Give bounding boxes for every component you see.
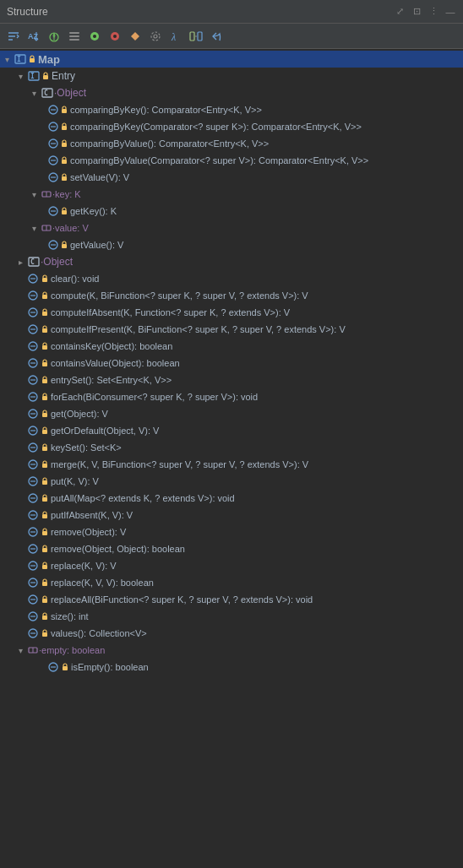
- method-containsvalue-label: containsValue(Object): boolean: [51, 358, 180, 368]
- tree-method-remove2[interactable]: remove(Object, Object): boolean: [0, 540, 463, 557]
- svg-rect-43: [62, 176, 67, 181]
- expand-icon[interactable]: ⤢: [394, 6, 406, 18]
- tree-node-object-root[interactable]: C ·Object: [0, 253, 463, 270]
- method-replace1-label: replace(K, V): V: [51, 561, 117, 571]
- class-icon-object: C: [41, 86, 54, 100]
- method-icon-isempty: [47, 661, 59, 673]
- lambda-icon[interactable]: λ: [167, 28, 184, 45]
- tree-method-getvalue[interactable]: getValue(): V: [0, 236, 463, 253]
- show-private-icon[interactable]: [106, 28, 123, 45]
- restore-icon[interactable]: ⊡: [411, 6, 422, 18]
- tree-method-putall[interactable]: putAll(Map<? extends K, ? extends V>): v…: [0, 490, 463, 507]
- svg-rect-8: [69, 35, 79, 37]
- tree-container: I Map I Entry: [0, 49, 463, 677]
- navigate-back-icon[interactable]: [208, 28, 225, 45]
- tree-node-entry[interactable]: I Entry: [0, 68, 463, 84]
- tree-method-putifabsent[interactable]: putIfAbsent(K, V): V: [0, 507, 463, 524]
- tree-method-setvalue[interactable]: setValue(V): V: [0, 169, 463, 186]
- lock-compute: [41, 291, 49, 300]
- tree-method-keyset[interactable]: keySet(): Set<K>: [0, 439, 463, 456]
- tree-method-comparebyvalue2[interactable]: comparingByValue(Comparator<? super V>):…: [0, 152, 463, 169]
- svg-rect-118: [42, 616, 47, 620]
- svg-rect-31: [62, 109, 67, 113]
- lock-merge: [41, 460, 49, 469]
- method-get-label: get(Object): V: [51, 409, 108, 419]
- tree-method-comparebyvalue1[interactable]: comparingByValue(): Comparator<Entry<K, …: [0, 135, 463, 152]
- svg-rect-121: [42, 632, 47, 637]
- tree-method-comparebykey2[interactable]: comparingByKey(Comparator<? super K>): C…: [0, 118, 463, 135]
- lock-ra: [41, 595, 49, 604]
- method-containskey-label: containsKey(Object): boolean: [51, 341, 172, 351]
- entry-label: Entry: [52, 70, 75, 82]
- tree-method-containsvalue[interactable]: containsValue(Object): boolean: [0, 355, 463, 372]
- tree-method-clear[interactable]: clear(): void: [0, 270, 463, 287]
- lock-cia: [41, 308, 49, 317]
- tree-method-merge[interactable]: merge(K, V, BiFunction<? super V, ? supe…: [0, 456, 463, 473]
- svg-rect-112: [42, 582, 47, 586]
- lock-fe: [41, 393, 49, 401]
- svg-rect-61: [42, 295, 47, 299]
- svg-rect-97: [42, 497, 47, 502]
- tree-method-entryset[interactable]: entrySet(): Set<Entry<K, V>>: [0, 372, 463, 388]
- tree-method-replace1[interactable]: replace(K, V): V: [0, 557, 463, 574]
- object-entry-label: ·Object: [54, 87, 86, 99]
- method-replaceall-label: replaceAll(BiFunction<? super K, ? super…: [51, 594, 313, 605]
- show-public-icon[interactable]: [86, 28, 103, 45]
- show-abstract-icon[interactable]: [127, 28, 144, 45]
- field-key-label: ·key: K: [52, 189, 81, 199]
- tree-field-empty[interactable]: ·empty: boolean: [0, 642, 463, 659]
- show-fields-icon[interactable]: [188, 28, 204, 45]
- tree-method-isempty[interactable]: isEmpty(): boolean: [0, 659, 463, 675]
- show-inherited-icon[interactable]: [66, 28, 83, 45]
- tree-method-compute[interactable]: compute(K, BiFunction<? super K, ? super…: [0, 287, 463, 304]
- show-members-icon[interactable]: [46, 28, 63, 45]
- svg-rect-9: [69, 39, 79, 41]
- tree-method-remove1[interactable]: remove(Object): V: [0, 524, 463, 540]
- svg-rect-23: [30, 58, 35, 62]
- lock-clear: [41, 274, 49, 283]
- title-bar: Structure ⤢ ⊡ ⋮ —: [0, 0, 463, 24]
- tree-method-computeifpresent[interactable]: computeIfPresent(K, BiFunction<? super K…: [0, 321, 463, 338]
- tree-method-put[interactable]: put(K, V): V: [0, 473, 463, 490]
- lock-m3: [60, 139, 68, 148]
- method-icon-putall: [27, 492, 39, 504]
- tree-method-replace2[interactable]: replace(K, V, V): boolean: [0, 574, 463, 591]
- svg-rect-103: [42, 531, 47, 535]
- tree-method-get[interactable]: get(Object): V: [0, 405, 463, 422]
- method-icon-getkey: [47, 205, 59, 217]
- az-sort-icon[interactable]: AZ: [25, 28, 42, 45]
- key-arrow: [27, 187, 41, 201]
- tree-root-map[interactable]: I Map: [0, 51, 463, 68]
- more-icon[interactable]: ⋮: [428, 6, 439, 18]
- settings-icon[interactable]: [147, 28, 164, 45]
- value-arrow: [27, 221, 41, 235]
- tree-method-foreach[interactable]: forEach(BiConsumer<? super K, ? super V>…: [0, 388, 463, 405]
- empty-arrow: [14, 643, 27, 657]
- lock-cv: [41, 359, 49, 367]
- field-value-label: ·value: V: [52, 223, 89, 233]
- interface-icon-entry: I: [27, 69, 41, 83]
- svg-marker-14: [131, 32, 139, 41]
- lock-getkey: [60, 207, 68, 215]
- lock-pia: [41, 511, 49, 519]
- tree-field-key[interactable]: ·key: K: [0, 186, 463, 203]
- tree-method-values[interactable]: values(): Collection<V>: [0, 625, 463, 642]
- tree-field-value[interactable]: ·value: V: [0, 220, 463, 236]
- tree-method-containskey[interactable]: containsKey(Object): boolean: [0, 338, 463, 355]
- tree-method-size[interactable]: size(): int: [0, 608, 463, 625]
- sort-hierarchy-icon[interactable]: [5, 28, 22, 45]
- panel-title: Structure: [7, 6, 48, 18]
- close-icon[interactable]: —: [444, 6, 456, 18]
- svg-rect-34: [62, 126, 67, 130]
- tree-method-getkey[interactable]: getKey(): K: [0, 203, 463, 220]
- svg-rect-79: [42, 396, 47, 400]
- method-comparebyvalue2-label: comparingByValue(Comparator<? super V>):…: [70, 155, 368, 165]
- tree-node-object-entry[interactable]: C ·Object: [0, 84, 463, 101]
- tree-method-replaceall[interactable]: replaceAll(BiFunction<? super K, ? super…: [0, 591, 463, 608]
- tree-method-comparebykey1[interactable]: comparingByKey(): Comparator<Entry<K, V>…: [0, 101, 463, 118]
- method-icon-ck: [27, 340, 39, 352]
- tree-method-getordefault[interactable]: getOrDefault(Object, V): V: [0, 422, 463, 439]
- method-comparebykey2-label: comparingByKey(Comparator<? super K>): C…: [70, 122, 362, 132]
- method-size-label: size(): int: [51, 611, 89, 621]
- tree-method-computeifabsent[interactable]: computeIfAbsent(K, Function<? super K, ?…: [0, 304, 463, 321]
